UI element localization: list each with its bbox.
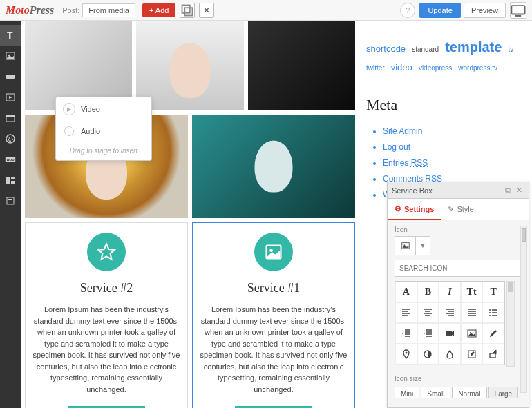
size-mini[interactable]: Mini xyxy=(395,387,419,398)
duplicate-button[interactable] xyxy=(180,3,195,18)
icon-grid: A B I Tt T xyxy=(395,281,505,365)
add-button[interactable]: + Add xyxy=(142,3,175,17)
service-text: Lorem Ipsum has been the industry's stan… xyxy=(200,304,348,395)
close-icon[interactable]: ✕ xyxy=(513,186,524,195)
tab-label: Settings xyxy=(404,205,434,213)
panel-tabs: ⚙Settings ✎Style xyxy=(388,199,529,220)
help-button[interactable]: ? xyxy=(400,3,415,18)
size-large[interactable]: Large xyxy=(488,387,519,398)
meta-link[interactable]: Site Admin xyxy=(383,124,525,139)
popup-item-audio[interactable]: Audio xyxy=(56,121,151,142)
tab-style[interactable]: ✎Style xyxy=(441,199,480,220)
rail-text-icon[interactable]: T xyxy=(0,25,21,46)
size-normal[interactable]: Normal xyxy=(452,387,486,398)
rail-media-icon[interactable] xyxy=(0,87,21,108)
rail-button-icon[interactable] xyxy=(0,66,21,87)
chevron-down-icon[interactable]: ▼ xyxy=(416,237,430,255)
icon-bold[interactable]: B xyxy=(417,282,439,302)
image-cell[interactable] xyxy=(248,21,355,110)
image-cell[interactable] xyxy=(192,115,355,218)
picker-preview xyxy=(395,237,416,255)
rail-layout-icon[interactable] xyxy=(0,170,21,191)
icon-picker[interactable]: ▼ xyxy=(395,236,430,255)
tab-settings[interactable]: ⚙Settings xyxy=(388,199,441,220)
svg-rect-1 xyxy=(185,8,193,15)
icon-edit[interactable] xyxy=(461,344,483,365)
service-text: Lorem Ipsum has been the industry's stan… xyxy=(32,304,180,395)
icon-align-center[interactable] xyxy=(417,302,439,323)
tag[interactable]: wordpress.tv xyxy=(458,64,497,72)
undock-icon[interactable]: ⧉ xyxy=(502,186,513,195)
popup-label: Audio xyxy=(81,127,100,135)
svg-rect-32 xyxy=(490,353,495,358)
meta-link[interactable]: Entries RSS xyxy=(383,155,525,171)
icon-share[interactable] xyxy=(482,344,504,365)
icon-marker[interactable] xyxy=(395,344,417,365)
scroll-thumb[interactable] xyxy=(522,228,526,242)
service-card-selected[interactable]: Service #1 Lorem Ipsum has been the indu… xyxy=(192,222,355,408)
tab-label: Style xyxy=(457,205,473,213)
icon-list[interactable] xyxy=(482,302,504,323)
tag[interactable]: video xyxy=(391,62,412,72)
post-label: Post: xyxy=(62,6,79,14)
update-button[interactable]: Update xyxy=(419,3,460,18)
search-icon-input[interactable] xyxy=(395,260,522,277)
tag[interactable]: shortcode xyxy=(366,43,406,54)
panel-header[interactable]: Service Box ⧉ ✕ xyxy=(388,182,529,199)
properties-panel[interactable]: Service Box ⧉ ✕ ⚙Settings ✎Style Icon ▼ … xyxy=(387,182,529,408)
rail-image-icon[interactable] xyxy=(0,46,21,66)
gear-icon: ⚙ xyxy=(395,204,401,213)
icon-grid-scrollbar[interactable] xyxy=(506,281,515,367)
popup-hint: Drag to stage to insert xyxy=(56,142,151,160)
icon-font[interactable]: A xyxy=(395,282,417,302)
post-title[interactable]: From media xyxy=(82,3,135,17)
svg-point-24 xyxy=(489,312,491,313)
rail-widget-icon[interactable] xyxy=(0,191,21,211)
icon-pencil[interactable] xyxy=(482,323,504,344)
svg-point-29 xyxy=(405,352,407,354)
icon-align-right[interactable] xyxy=(439,302,461,323)
star-icon xyxy=(87,233,126,271)
icon-video[interactable] xyxy=(439,323,461,344)
play-icon: ▶ xyxy=(63,103,75,115)
icon-adjust[interactable] xyxy=(417,344,439,365)
logo-main: Moto xyxy=(6,4,30,16)
icon-italic[interactable]: I xyxy=(439,282,461,302)
icon-image[interactable] xyxy=(461,323,483,344)
icon-align-justify[interactable] xyxy=(461,302,483,323)
svg-rect-17 xyxy=(7,197,14,204)
close-button[interactable]: ✕ xyxy=(199,3,214,18)
icon-label: Icon xyxy=(395,226,522,233)
tag[interactable]: videopress xyxy=(419,64,452,72)
tag[interactable]: twitter xyxy=(366,64,385,72)
svg-point-20 xyxy=(269,249,273,252)
tag[interactable]: template xyxy=(445,39,502,55)
canvas[interactable]: Service #2 Lorem Ipsum has been the indu… xyxy=(21,21,359,408)
icon-textheight[interactable]: Tt xyxy=(461,282,483,302)
icon-outdent[interactable] xyxy=(395,323,417,344)
svg-point-25 xyxy=(489,315,491,316)
icon-indent[interactable] xyxy=(417,323,439,344)
icon-align-left[interactable] xyxy=(395,302,417,323)
svg-rect-2 xyxy=(511,6,524,14)
rail-archive-icon[interactable] xyxy=(0,108,21,128)
preview-button[interactable]: Preview xyxy=(464,3,506,18)
panel-scrollbar[interactable] xyxy=(520,226,527,393)
icon-textwidth[interactable]: T xyxy=(482,282,504,302)
rail-woo-icon[interactable]: woo xyxy=(0,149,21,170)
device-button[interactable] xyxy=(510,2,526,19)
image-cell[interactable] xyxy=(136,21,243,110)
tag[interactable]: tv xyxy=(508,46,513,53)
service-card[interactable]: Service #2 Lorem Ipsum has been the indu… xyxy=(25,222,188,408)
svg-text:woo: woo xyxy=(6,157,15,162)
tag[interactable]: standard xyxy=(412,46,439,53)
topbar: MotoPress Post: From media + Add ✕ ? Upd… xyxy=(0,0,532,21)
svg-rect-16 xyxy=(11,181,15,184)
icon-tint[interactable] xyxy=(439,344,461,365)
svg-point-11 xyxy=(6,135,15,143)
meta-link[interactable]: Log out xyxy=(383,139,525,155)
rail-wordpress-icon[interactable] xyxy=(0,128,21,149)
popup-item-video[interactable]: ▶ Video xyxy=(56,97,151,121)
size-small[interactable]: Small xyxy=(421,387,450,398)
panel-title: Service Box xyxy=(392,186,433,195)
